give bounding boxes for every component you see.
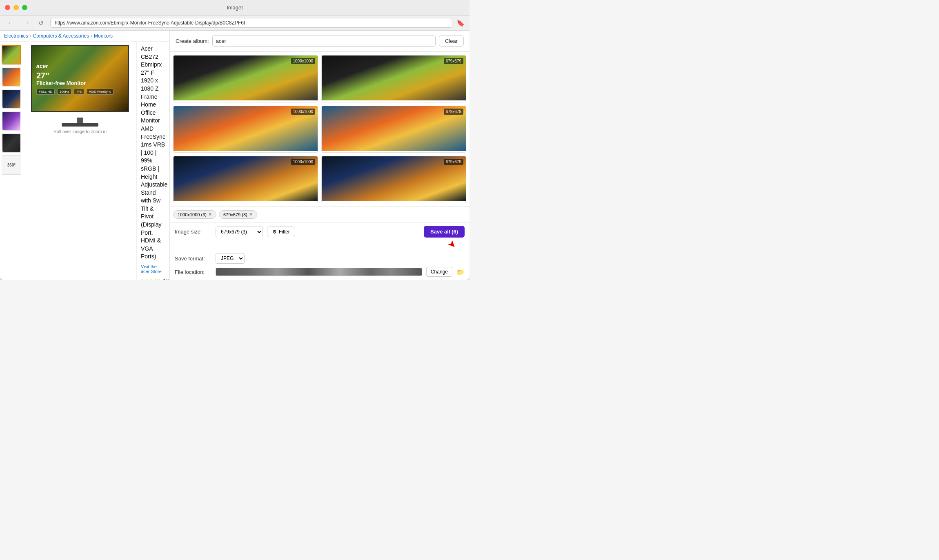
chip-1000: 1000x1000 (3) ✕ bbox=[173, 210, 216, 219]
app-window: Imaget ← → ↺ 🔖 Electronics › Computers &… bbox=[0, 0, 470, 280]
size-badge-1: 1000x1000 bbox=[291, 58, 316, 64]
panel-header: Create album: Clear bbox=[170, 31, 470, 52]
product-description: Acer CB272 Ebmiprx 27" F 1920 x 1080 Z F… bbox=[136, 42, 169, 280]
change-button[interactable]: Change bbox=[426, 267, 452, 277]
badge-freesync: AMD FreeSync bbox=[87, 89, 113, 95]
maximize-button[interactable] bbox=[22, 5, 27, 10]
folder-button[interactable]: 📁 bbox=[456, 268, 465, 276]
monitor-brand: acer bbox=[36, 63, 124, 69]
monitor-subtitle: Flicker-free Monitor bbox=[36, 80, 124, 86]
arrow-indicator: ➤ bbox=[445, 237, 459, 251]
product-image-area: acer 27" Flicker-free Monitor FULL HD 10… bbox=[24, 42, 136, 280]
imaget-panel: Create album: Clear 1000x1000 61mRAwIEgm… bbox=[169, 31, 470, 280]
file-location-row: File location: Change 📁 bbox=[175, 267, 465, 277]
thumbnail-360[interactable]: 360° bbox=[2, 155, 21, 175]
zoom-hint: Roll over image to zoom in bbox=[53, 129, 107, 134]
product-main-image: acer 27" Flicker-free Monitor FULL HD 10… bbox=[27, 45, 133, 127]
image-filename-2: 61mRAwIEgmL._AC_SX679_.jpg ✎ bbox=[322, 100, 466, 102]
file-path-display bbox=[216, 268, 422, 276]
product-area: 360° acer 27" Flicker-free Monitor bbox=[0, 42, 169, 280]
filter-chips: 1000x1000 (3) ✕ 679x679 (3) ✕ bbox=[170, 207, 470, 222]
forward-button[interactable]: → bbox=[20, 18, 32, 27]
size-badge-3: 1000x1000 bbox=[291, 109, 316, 115]
image-thumb-4: 679x679 bbox=[322, 106, 466, 151]
save-format-label: Save format: bbox=[175, 256, 211, 262]
image-filename-5: city_img_1000.jpg bbox=[174, 201, 318, 203]
reload-button[interactable]: ↺ bbox=[36, 18, 46, 28]
image-filename-6: city_img_679.jpg bbox=[322, 201, 466, 203]
breadcrumb: Electronics › Computers & Accessories › … bbox=[0, 31, 169, 42]
format-select[interactable]: JPEG PNG WebP bbox=[216, 253, 245, 264]
image-thumb-5: 1000x1000 bbox=[174, 156, 318, 201]
titlebar: Imaget bbox=[0, 0, 470, 16]
size-badge-6: 679x679 bbox=[444, 159, 463, 165]
edit-icon-4[interactable]: ✎ bbox=[385, 153, 388, 153]
image-card-4: 679x679 61i4SgMsAaL._AC_SX679_.jpg ✎ Sav… bbox=[321, 106, 466, 153]
image-thumb-3: 1000x1000 bbox=[174, 106, 318, 151]
rating-value: 4.6 bbox=[162, 278, 169, 280]
image-size-label: Image size: bbox=[175, 229, 211, 235]
store-link[interactable]: Visit the acer Store bbox=[141, 264, 165, 274]
image-card-2: 679x679 61mRAwIEgmL._AC_SX679_.jpg ✎ Sav… bbox=[321, 55, 466, 102]
breadcrumb-monitors[interactable]: Monitors bbox=[94, 33, 113, 39]
size-badge-4: 679x679 bbox=[444, 109, 463, 115]
image-filename-1: 61mRAwIEgmL._AC_SL1000_.jpg ✎ bbox=[174, 100, 318, 102]
image-card-3: 1000x1000 61i4SgMsAaL._AC_SL1000_.jpg ✎ … bbox=[173, 106, 318, 153]
window-title: Imaget bbox=[227, 4, 243, 11]
chip-679-remove[interactable]: ✕ bbox=[249, 212, 253, 217]
share-button[interactable]: 🔖 bbox=[456, 19, 465, 27]
thumbnail-5[interactable] bbox=[2, 133, 21, 153]
chip-679-label: 679x679 (3) bbox=[223, 212, 247, 217]
browser-toolbar: ← → ↺ 🔖 bbox=[0, 16, 470, 31]
edit-icon-3[interactable]: ✎ bbox=[238, 153, 241, 153]
thumbnail-4[interactable] bbox=[2, 111, 21, 131]
image-thumb-2: 679x679 bbox=[322, 56, 466, 100]
thumbnail-2[interactable] bbox=[2, 67, 21, 87]
image-filename-3: 61i4SgMsAaL._AC_SL1000_.jpg ✎ bbox=[174, 151, 318, 153]
file-location-label: File location: bbox=[175, 269, 211, 275]
product-title: Acer CB272 Ebmiprx 27" F 1920 x 1080 Z F… bbox=[141, 45, 165, 261]
thumbnail-list: 360° bbox=[0, 42, 24, 280]
image-card-1: 1000x1000 61mRAwIEgmL._AC_SL1000_.jpg ✎ … bbox=[173, 55, 318, 102]
save-all-button[interactable]: Save all (6) bbox=[424, 226, 465, 238]
clear-button[interactable]: Clear bbox=[439, 36, 464, 47]
image-size-row: Image size: 679x679 (3) 1000x1000 (3) Al… bbox=[175, 226, 465, 238]
browser-content: Electronics › Computers & Accessories › … bbox=[0, 31, 169, 280]
save-format-row: Save format: JPEG PNG WebP bbox=[175, 253, 465, 264]
chip-1000-remove[interactable]: ✕ bbox=[208, 212, 212, 217]
main-content: Electronics › Computers & Accessories › … bbox=[0, 31, 470, 280]
badge-fullhd: FULL HD bbox=[36, 89, 55, 95]
filter-label: Filter bbox=[279, 229, 290, 235]
edit-icon-1[interactable]: ✎ bbox=[241, 102, 244, 102]
edit-icon-2[interactable]: ✎ bbox=[387, 102, 391, 102]
size-badge-5: 1000x1000 bbox=[291, 159, 316, 165]
thumbnail-1[interactable] bbox=[2, 45, 21, 64]
image-thumb-6: 679x679 bbox=[322, 156, 466, 201]
monitor-size-text: 27" bbox=[36, 71, 124, 80]
breadcrumb-computers[interactable]: Computers & Accessories bbox=[33, 33, 89, 39]
star-rating: ★★★★½ bbox=[141, 278, 161, 280]
back-button[interactable]: ← bbox=[5, 18, 16, 27]
size-badge-2: 679x679 bbox=[444, 58, 463, 64]
url-bar[interactable] bbox=[50, 18, 452, 28]
album-input[interactable] bbox=[212, 36, 436, 47]
badge-100hz: 100Hz bbox=[57, 89, 71, 95]
image-filename-4: 61i4SgMsAaL._AC_SX679_.jpg ✎ bbox=[322, 151, 466, 153]
chip-1000-label: 1000x1000 (3) bbox=[178, 212, 207, 217]
thumbnail-3[interactable] bbox=[2, 89, 21, 109]
image-thumb-1: 1000x1000 bbox=[174, 56, 318, 100]
image-card-6: 679x679 city_img_679.jpg Save bbox=[321, 156, 466, 203]
badge-ips: IPS bbox=[74, 89, 84, 95]
filter-icon: ⚙ bbox=[272, 229, 277, 235]
filter-button[interactable]: ⚙ Filter bbox=[267, 227, 295, 237]
breadcrumb-electronics[interactable]: Electronics bbox=[4, 33, 28, 39]
traffic-lights bbox=[5, 5, 27, 10]
album-label: Create album: bbox=[176, 38, 209, 44]
panel-bottom: Image size: 679x679 (3) 1000x1000 (3) Al… bbox=[170, 222, 470, 280]
chip-679: 679x679 (3) ✕ bbox=[219, 210, 257, 219]
monitor-stand-base bbox=[62, 123, 98, 127]
minimize-button[interactable] bbox=[13, 5, 19, 10]
image-size-select[interactable]: 679x679 (3) 1000x1000 (3) All sizes bbox=[216, 227, 263, 237]
close-button[interactable] bbox=[5, 5, 10, 10]
image-grid: 1000x1000 61mRAwIEgmL._AC_SL1000_.jpg ✎ … bbox=[170, 52, 470, 207]
